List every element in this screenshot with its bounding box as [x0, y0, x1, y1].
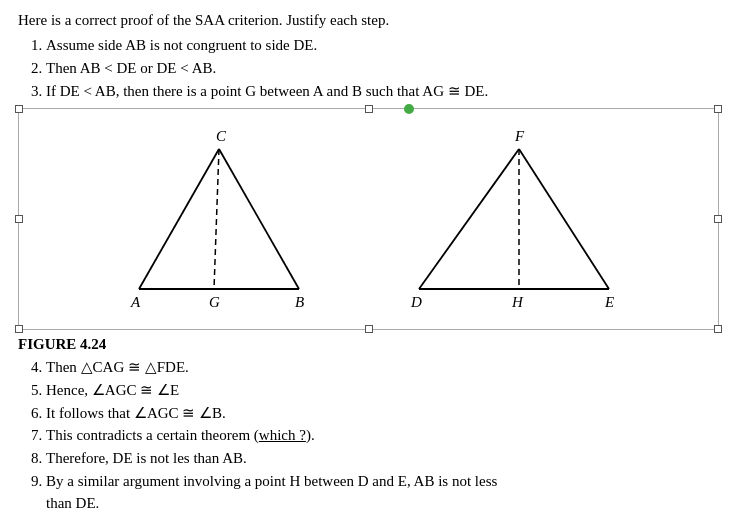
step-7: This contradicts a certain theorem (whic… [46, 425, 719, 447]
svg-text:E: E [604, 294, 614, 310]
step-9: By a similar argument involving a point … [46, 471, 719, 515]
left-triangle-svg: A G B C [109, 119, 339, 319]
green-circle-handle[interactable] [404, 104, 414, 114]
step-10: Hence, AB ≅ DE. [46, 515, 719, 519]
handle-br[interactable] [714, 325, 722, 333]
svg-line-0 [139, 149, 219, 289]
svg-text:D: D [410, 294, 422, 310]
steps-after-list: Then △CAG ≅ △FDE. Hence, ∠AGC ≅ ∠E It fo… [46, 357, 719, 519]
handle-tr[interactable] [714, 105, 722, 113]
svg-text:G: G [209, 294, 220, 310]
right-triangle-container: D H E F [399, 119, 629, 323]
svg-line-2 [219, 149, 299, 289]
step-5: Hence, ∠AGC ≅ ∠E [46, 380, 719, 402]
inner-handle-bm[interactable] [365, 325, 373, 333]
figure-box: A G B C D H E F [18, 108, 719, 330]
handle-rm[interactable] [714, 215, 722, 223]
svg-text:C: C [216, 128, 227, 144]
handle-lm[interactable] [15, 215, 23, 223]
figure-caption: FIGURE 4.24 [18, 336, 719, 353]
svg-text:F: F [514, 128, 525, 144]
step-8: Therefore, DE is not les than AB. [46, 448, 719, 470]
handle-tm[interactable] [365, 105, 373, 113]
step-3: If DE < AB, then there is a point G betw… [46, 81, 719, 102]
handle-bl[interactable] [15, 325, 23, 333]
step-1: Assume side AB is not congruent to side … [46, 35, 719, 56]
steps-before-list: Assume side AB is not congruent to side … [46, 35, 719, 102]
svg-line-3 [214, 149, 219, 289]
handle-tl[interactable] [15, 105, 23, 113]
step-4: Then △CAG ≅ △FDE. [46, 357, 719, 379]
svg-text:A: A [130, 294, 141, 310]
right-triangle-svg: D H E F [399, 119, 629, 319]
step-6: It follows that ∠AGC ≅ ∠B. [46, 403, 719, 425]
svg-text:H: H [511, 294, 524, 310]
intro-text: Here is a correct proof of the SAA crite… [18, 12, 719, 29]
left-triangle-container: A G B C [109, 119, 339, 323]
svg-text:B: B [295, 294, 304, 310]
svg-line-10 [519, 149, 609, 289]
step-2: Then AB < DE or DE < AB. [46, 58, 719, 79]
svg-line-9 [419, 149, 519, 289]
